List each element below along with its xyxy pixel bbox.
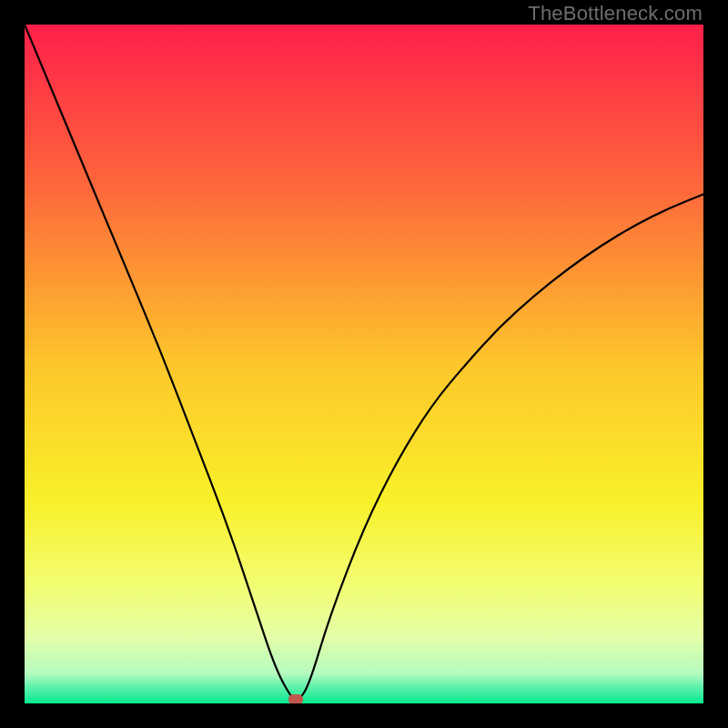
minimum-marker	[288, 694, 303, 703]
chart-frame: TheBottleneck.com	[0, 0, 728, 728]
svg-rect-0	[25, 25, 703, 703]
background-gradient	[25, 25, 703, 703]
plot-area	[25, 25, 703, 703]
attribution-text: TheBottleneck.com	[528, 2, 703, 25]
